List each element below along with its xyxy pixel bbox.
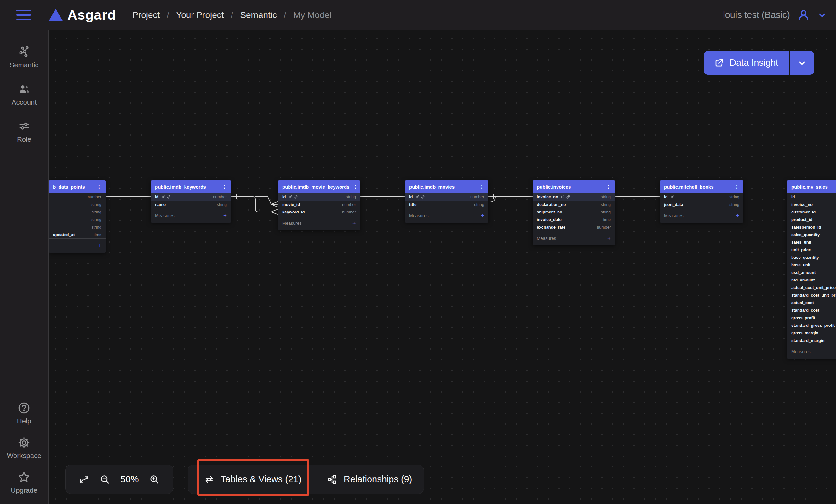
sidebar-item-help[interactable]: Help xyxy=(7,401,42,425)
table-node-header[interactable]: b_data_points⋮ xyxy=(49,180,106,193)
data-insight-dropdown-button[interactable] xyxy=(790,51,814,75)
field-row[interactable]: idstring xyxy=(278,193,360,200)
field-row[interactable]: gross_margin xyxy=(787,329,836,336)
kebab-menu-icon[interactable]: ⋮ xyxy=(93,185,101,189)
sidebar-item-label: Upgrade xyxy=(11,486,37,495)
hamburger-menu-icon[interactable] xyxy=(16,10,31,20)
table-node-header[interactable]: public.imdb_keywords⋮ xyxy=(151,180,231,193)
field-row[interactable]: number xyxy=(49,193,106,200)
field-row[interactable]: unit_price xyxy=(787,246,836,253)
field-row[interactable]: gross_profit xyxy=(787,314,836,322)
sidebar-item-semantic[interactable]: Semantic xyxy=(10,45,39,69)
field-row[interactable]: actual_cost_unit_price xyxy=(787,284,836,291)
field-row[interactable]: json_datastring xyxy=(660,200,743,208)
field-row[interactable]: standard_gross_profit xyxy=(787,322,836,329)
field-row[interactable]: standard_margin xyxy=(787,336,836,344)
add-measure-button[interactable]: + xyxy=(98,243,101,249)
table-node-header[interactable]: public.mitchell_books⋮ xyxy=(660,180,743,193)
field-row[interactable]: standard_cost_unit_price xyxy=(787,291,836,299)
table-node-header[interactable]: public.mv_sales⋮ xyxy=(787,180,836,193)
table-node-title: public.mv_sales xyxy=(791,184,828,190)
field-row[interactable]: updated_attime xyxy=(49,231,106,238)
kebab-menu-icon[interactable]: ⋮ xyxy=(476,185,484,189)
field-row[interactable]: shipment_nostring xyxy=(533,208,615,216)
user-avatar-icon[interactable] xyxy=(797,8,810,22)
field-row[interactable]: id xyxy=(787,193,836,200)
table-node-header[interactable]: public.imdb_movies⋮ xyxy=(405,180,488,193)
table-node[interactable]: public.mitchell_books⋮idstringjson_datas… xyxy=(660,180,743,222)
tables-views-button[interactable]: Tables & Views (21) xyxy=(191,465,314,493)
table-node[interactable]: public.imdb_keywords⋮idnumbernamestringM… xyxy=(151,180,231,222)
chevron-down-icon[interactable] xyxy=(817,10,827,20)
kebab-menu-icon[interactable]: ⋮ xyxy=(602,185,611,189)
user-menu[interactable]: louis test (Basic) xyxy=(723,8,827,22)
add-measure-button[interactable]: + xyxy=(353,220,356,227)
field-row[interactable]: base_unit xyxy=(787,261,836,269)
field-row[interactable]: invoice_datetime xyxy=(533,216,615,223)
field-row[interactable]: declaration_nostring xyxy=(533,200,615,208)
field-row[interactable]: string xyxy=(49,223,106,231)
field-row[interactable]: keyword_idnumber xyxy=(278,208,360,216)
add-measure-button[interactable]: + xyxy=(481,212,484,219)
sidebar-item-workspace[interactable]: Workspace xyxy=(7,436,42,460)
field-row[interactable]: idnumber xyxy=(405,193,488,200)
sidebar-item-upgrade[interactable]: Upgrade xyxy=(7,471,42,495)
measures-label: Measures xyxy=(155,213,174,218)
field-row[interactable]: sales_quantity xyxy=(787,231,836,238)
field-row[interactable]: string xyxy=(49,200,106,208)
edge-line xyxy=(488,197,495,202)
transfer-arrows-icon xyxy=(204,474,214,485)
field-row[interactable]: sales_unit xyxy=(787,238,836,246)
field-row[interactable]: standard_cost xyxy=(787,306,836,314)
sidebar-item-role[interactable]: Role xyxy=(10,120,39,143)
field-row[interactable]: actual_cost xyxy=(787,299,836,306)
add-measure-button[interactable]: + xyxy=(607,235,611,242)
kebab-menu-icon[interactable]: ⋮ xyxy=(731,185,739,189)
breadcrumb-semantic[interactable]: Semantic xyxy=(240,10,277,20)
table-node[interactable]: public.imdb_movie_keywords⋮idstringmovie… xyxy=(278,180,360,230)
field-name: base_quantity xyxy=(791,255,819,260)
field-row[interactable]: string xyxy=(49,208,106,216)
field-type: string xyxy=(601,202,611,207)
zoom-out-icon xyxy=(99,474,110,485)
field-row[interactable]: usd_amount xyxy=(787,269,836,276)
field-row[interactable]: product_id xyxy=(787,216,836,223)
field-row[interactable]: ntd_amount xyxy=(787,276,836,284)
fit-view-button[interactable] xyxy=(79,474,90,485)
field-row[interactable]: idstring xyxy=(660,193,743,200)
kebab-menu-icon[interactable]: ⋮ xyxy=(218,185,227,189)
field-row[interactable]: base_quantity xyxy=(787,253,836,261)
relationships-button[interactable]: Relationships (9) xyxy=(314,465,425,493)
field-row[interactable]: string xyxy=(49,216,106,223)
field-type: string xyxy=(346,195,356,199)
table-node-body: idstringmovie_idnumberkeyword_idnumberMe… xyxy=(278,193,360,230)
table-node-body: numberstringstringstringstringupdated_at… xyxy=(49,193,106,253)
table-node[interactable]: public.imdb_movies⋮idnumbertitlestringMe… xyxy=(405,180,488,222)
table-node[interactable]: public.invoices⋮invoice_nostringdeclarat… xyxy=(533,180,615,245)
sidebar-item-account[interactable]: Account xyxy=(10,82,39,106)
field-row[interactable]: salesperson_id xyxy=(787,223,836,231)
add-measure-button[interactable]: + xyxy=(736,212,739,219)
table-node-header[interactable]: public.imdb_movie_keywords⋮ xyxy=(278,180,360,193)
table-node-header[interactable]: public.invoices⋮ xyxy=(533,180,615,193)
breadcrumb-project[interactable]: Project xyxy=(132,10,160,20)
data-insight-button[interactable]: Data Insight xyxy=(704,51,789,75)
table-node[interactable]: b_data_points⋮numberstringstringstringst… xyxy=(49,180,106,253)
field-row[interactable]: movie_idnumber xyxy=(278,200,360,208)
field-row[interactable]: titlestring xyxy=(405,200,488,208)
table-node[interactable]: public.mv_sales⋮idinvoice_nocustomer_idp… xyxy=(787,180,836,358)
field-row[interactable]: customer_id xyxy=(787,208,836,216)
field-row[interactable]: namestring xyxy=(151,200,231,208)
field-row[interactable]: invoice_no xyxy=(787,200,836,208)
zoom-in-button[interactable] xyxy=(149,474,160,485)
zoom-out-button[interactable] xyxy=(99,474,110,485)
diagram-canvas[interactable]: b_data_points⋮numberstringstringstringst… xyxy=(49,30,836,504)
kebab-menu-icon[interactable]: ⋮ xyxy=(349,185,358,189)
field-row[interactable]: invoice_nostring xyxy=(533,193,615,200)
field-icons xyxy=(415,195,425,199)
breadcrumb-your-project[interactable]: Your Project xyxy=(176,10,224,20)
add-measure-button[interactable]: + xyxy=(223,212,227,219)
field-row[interactable]: idnumber xyxy=(151,193,231,200)
field-row[interactable]: exchange_ratenumber xyxy=(533,223,615,231)
field-name: invoice_date xyxy=(537,217,562,222)
